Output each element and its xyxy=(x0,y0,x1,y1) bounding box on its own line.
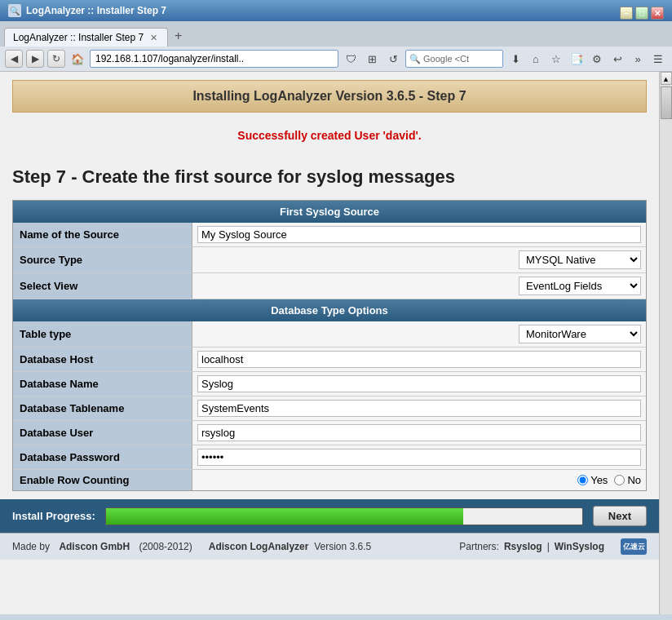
enable-row-radio-group: Yes No xyxy=(197,474,641,486)
window-controls[interactable]: ─ □ ✕ xyxy=(620,7,664,20)
bookmark-icon[interactable]: 📑 xyxy=(568,50,586,68)
db-host-value xyxy=(192,348,646,371)
page-header-title: Installing LogAnalyzer Version 3.6.5 - S… xyxy=(192,89,466,103)
gear-icon[interactable]: ⚙ xyxy=(588,50,606,68)
tab-close-icon[interactable]: ✕ xyxy=(150,33,157,43)
radio-yes-input[interactable] xyxy=(577,475,588,485)
step-title: Step 7 - Create the first source for sys… xyxy=(0,158,659,200)
back2-icon[interactable]: ↩ xyxy=(608,50,626,68)
db-user-label: Database User xyxy=(13,421,192,445)
footer-brand: Made by Adiscon GmbH (2008-2012) xyxy=(12,541,192,552)
source-type-select[interactable]: MYSQL Native PostgreSQL MongoDB xyxy=(519,250,641,269)
db-user-row: Database User xyxy=(13,421,646,445)
partner1-link[interactable]: Rsyslog xyxy=(504,541,542,552)
title-bar: 🔍 LogAnalyzer :: Installer Step 7 ─ □ ✕ xyxy=(0,0,672,21)
radio-no-input[interactable] xyxy=(614,475,625,485)
footer-product: Adiscon LogAnalyzer Version 3.6.5 xyxy=(209,541,371,552)
menu-icon[interactable]: ☰ xyxy=(649,50,667,68)
main-container: Installing LogAnalyzer Version 3.6.5 - S… xyxy=(0,72,672,614)
company-name: Adiscon GmbH xyxy=(59,541,130,552)
minimize-button[interactable]: ─ xyxy=(620,7,633,20)
db-user-value xyxy=(192,421,646,445)
scroll-up-button[interactable]: ▲ xyxy=(661,72,672,85)
partner-divider: | xyxy=(547,541,550,552)
refresh-button[interactable]: ↻ xyxy=(47,50,65,68)
partners-label: Partners: xyxy=(459,541,499,552)
favicon: 🔍 xyxy=(8,4,21,17)
back-button[interactable]: ◀ xyxy=(5,50,23,68)
db-type-section-header: Database Type Options xyxy=(13,299,646,321)
syslog-source-form: First Syslog Source Name of the Source S… xyxy=(12,200,647,491)
db-host-label: Database Host xyxy=(13,348,192,371)
grid-icon: ⊞ xyxy=(363,50,381,68)
name-of-source-value xyxy=(192,223,646,246)
new-tab-button[interactable]: + xyxy=(168,25,188,46)
db-password-input[interactable] xyxy=(197,449,641,466)
footer-logo: 亿速云 xyxy=(621,538,647,555)
search-engine-label: 🔍 Google <Ct xyxy=(409,54,469,64)
db-name-value xyxy=(192,372,646,396)
select-view-select[interactable]: EventLog Fields Syslog Fields Custom xyxy=(519,277,641,295)
more-icon[interactable]: » xyxy=(629,50,647,68)
footer-version: Version 3.6.5 xyxy=(314,541,371,552)
page-content: Installing LogAnalyzer Version 3.6.5 - S… xyxy=(0,72,659,614)
address-input[interactable] xyxy=(90,50,338,68)
success-text: Successfully created User 'david'. xyxy=(237,129,421,142)
name-of-source-label: Name of the Source xyxy=(13,223,192,246)
radio-yes-item: Yes xyxy=(577,474,608,486)
radio-yes-label[interactable]: Yes xyxy=(590,474,608,486)
progress-area: Install Progress: Next xyxy=(0,499,659,533)
search-input[interactable] xyxy=(469,53,493,64)
enable-row-counting-row: Enable Row Counting Yes No xyxy=(13,470,646,490)
forward-button[interactable]: ▶ xyxy=(26,50,44,68)
window-title: LogAnalyzer :: Installer Step 7 xyxy=(26,5,166,16)
first-syslog-section-header: First Syslog Source xyxy=(13,201,646,223)
page-header: Installing LogAnalyzer Version 3.6.5 - S… xyxy=(12,80,647,113)
source-type-wrapper: MYSQL Native PostgreSQL MongoDB xyxy=(197,250,641,269)
progress-bar-bg xyxy=(105,507,583,525)
scroll-thumb[interactable] xyxy=(661,86,672,119)
download-icon[interactable]: ⬇ xyxy=(506,50,524,68)
next-button[interactable]: Next xyxy=(593,506,647,526)
progress-bar-fill xyxy=(106,508,463,525)
active-tab[interactable]: LogAnalyzer :: Installer Step 7 ✕ xyxy=(4,28,168,46)
db-tablename-value xyxy=(192,396,646,420)
made-by-text: Made by xyxy=(12,541,50,552)
home2-icon[interactable]: ⌂ xyxy=(527,50,545,68)
table-type-row: Table type MonitorWare Default Custom xyxy=(13,321,646,348)
refresh-small-icon[interactable]: ↺ xyxy=(384,50,402,68)
name-of-source-row: Name of the Source xyxy=(13,223,646,247)
db-name-input[interactable] xyxy=(197,375,641,392)
select-view-wrapper: EventLog Fields Syslog Fields Custom xyxy=(197,277,641,295)
search-bar: 🔍 Google <Ct xyxy=(405,50,503,68)
nav-bar: ◀ ▶ ↻ 🏠 🛡 ⊞ ↺ 🔍 Google <Ct ⬇ ⌂ ☆ 📑 ⚙ ↩ »… xyxy=(0,46,672,72)
close-button[interactable]: ✕ xyxy=(651,7,664,20)
name-of-source-input[interactable] xyxy=(197,226,641,243)
db-tablename-label: Database Tablename xyxy=(13,396,192,420)
enable-row-counting-value: Yes No xyxy=(192,470,646,490)
star-icon[interactable]: ☆ xyxy=(547,50,565,68)
db-name-label: Database Name xyxy=(13,372,192,396)
db-name-row: Database Name xyxy=(13,372,646,396)
select-view-value: EventLog Fields Syslog Fields Custom xyxy=(192,273,646,299)
table-type-label: Table type xyxy=(13,321,192,347)
table-type-value: MonitorWare Default Custom xyxy=(192,321,646,347)
radio-no-label[interactable]: No xyxy=(627,474,641,486)
db-tablename-input[interactable] xyxy=(197,400,641,417)
footer: Made by Adiscon GmbH (2008-2012) Adiscon… xyxy=(0,533,659,560)
success-message: Successfully created User 'david'. xyxy=(12,117,647,154)
db-host-input[interactable] xyxy=(197,351,641,368)
select-view-label: Select View xyxy=(13,273,192,299)
source-type-value: MYSQL Native PostgreSQL MongoDB xyxy=(192,247,646,272)
step-title-text: Step 7 - Create the first source for sys… xyxy=(12,166,455,187)
db-user-input[interactable] xyxy=(197,424,641,441)
shield-icon: 🛡 xyxy=(342,50,360,68)
maximize-button[interactable]: □ xyxy=(635,7,648,20)
table-type-select[interactable]: MonitorWare Default Custom xyxy=(519,325,641,343)
select-view-row: Select View EventLog Fields Syslog Field… xyxy=(13,273,646,299)
scrollbar[interactable]: ▲ xyxy=(659,72,672,614)
table-type-wrapper: MonitorWare Default Custom xyxy=(197,325,641,343)
partner2-link[interactable]: WinSyslog xyxy=(555,541,604,552)
radio-no-item: No xyxy=(614,474,641,486)
db-host-row: Database Host xyxy=(13,348,646,372)
